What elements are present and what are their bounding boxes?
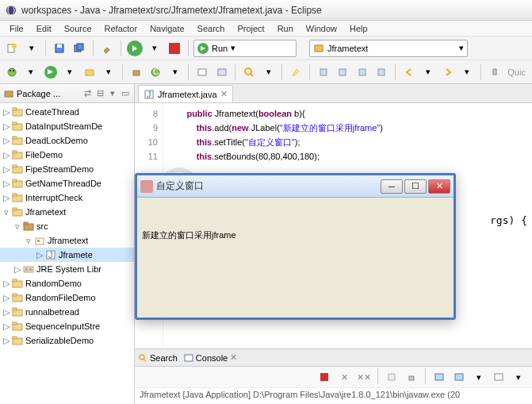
view-menu-icon[interactable]: ▾: [107, 88, 118, 99]
menu-run[interactable]: Run: [271, 22, 300, 35]
jframe-maximize-button[interactable]: ☐: [404, 179, 427, 194]
new-button[interactable]: [3, 40, 21, 57]
tree-item-randomfiledemo[interactable]: ▷RandomFileDemo: [0, 290, 134, 305]
expand-icon[interactable]: ▿: [2, 207, 11, 217]
tree-item-randomdemo[interactable]: ▷RandomDemo: [0, 276, 134, 290]
new-dropdown[interactable]: ▾: [23, 40, 40, 57]
menu-refactor[interactable]: Refactor: [98, 22, 144, 35]
open-console-dropdown[interactable]: ▾: [510, 368, 527, 386]
run-dropdown[interactable]: ▾: [146, 40, 163, 57]
open-task-button[interactable]: [213, 63, 231, 81]
run-button[interactable]: [126, 40, 144, 57]
search-dropdown[interactable]: ▾: [260, 63, 277, 81]
tree-item-filedemo[interactable]: ▷FileDemo: [0, 148, 134, 162]
build-button[interactable]: [98, 40, 116, 57]
expand-icon[interactable]: ▷: [2, 164, 11, 175]
link-editor-icon[interactable]: ⊟: [94, 88, 105, 99]
tree-item-datainputstreamde[interactable]: ▷DataInputStreamDe: [0, 119, 134, 133]
jframe-minimize-button[interactable]: ─: [381, 179, 403, 194]
search-tab[interactable]: Search: [138, 353, 178, 363]
stop-button[interactable]: [166, 40, 183, 57]
clear-console-button[interactable]: [383, 368, 400, 386]
menu-help[interactable]: Help: [343, 22, 374, 35]
remove-launch-button[interactable]: ✕: [335, 368, 353, 386]
forward-button[interactable]: [439, 63, 457, 81]
open-type-button[interactable]: [193, 63, 211, 81]
run-button-2[interactable]: [42, 63, 59, 81]
menu-search[interactable]: Search: [191, 22, 232, 35]
display-selected-button[interactable]: ▾: [470, 368, 488, 386]
run-dropdown-2[interactable]: ▾: [62, 63, 79, 81]
expand-icon[interactable]: ▷: [2, 336, 11, 346]
debug-dropdown[interactable]: ▾: [23, 63, 40, 81]
remove-all-button[interactable]: ✕✕: [355, 368, 373, 386]
menu-project[interactable]: Project: [231, 22, 270, 35]
save-all-button[interactable]: [71, 40, 88, 57]
project-select[interactable]: Jframetext ▾: [309, 40, 468, 57]
pin-console-button[interactable]: [450, 368, 468, 386]
save-button[interactable]: [51, 40, 68, 57]
search-button[interactable]: [240, 63, 258, 81]
new-class-dropdown[interactable]: ▾: [166, 63, 184, 81]
tree-item-sequenceinputstre[interactable]: ▷SequenceInputStre: [0, 319, 134, 333]
back-dropdown[interactable]: ▾: [419, 63, 437, 81]
menu-navigate[interactable]: Navigate: [144, 22, 190, 35]
coverage-button[interactable]: [81, 63, 98, 81]
tree-item-jframete[interactable]: ▷JJframete: [0, 248, 134, 262]
annotation-prev-button[interactable]: [315, 63, 332, 81]
menu-source[interactable]: Source: [58, 22, 98, 35]
jframe-close-button[interactable]: ✕: [428, 179, 450, 194]
tree-item-fipestreamdemo[interactable]: ▷FipeStreamDemo: [0, 162, 134, 176]
expand-icon[interactable]: ▷: [2, 193, 11, 203]
jframe-titlebar[interactable]: 自定义窗口 ─ ☐ ✕: [137, 175, 454, 198]
menu-file[interactable]: File: [3, 22, 30, 35]
package-tree[interactable]: ▷CreateThread▷DataInputStreamDe▷DeadLock…: [0, 103, 134, 404]
quick-access-label[interactable]: Quic: [507, 67, 529, 77]
tree-item-serializabledemo[interactable]: ▷SerializableDemo: [0, 333, 134, 348]
expand-icon[interactable]: ▷: [2, 121, 11, 132]
expand-icon[interactable]: ▿: [13, 221, 22, 232]
expand-icon[interactable]: ▷: [2, 136, 11, 146]
new-class-button[interactable]: C: [147, 63, 164, 81]
show-console-button[interactable]: [431, 368, 448, 386]
toggle-highlight-button[interactable]: [287, 63, 304, 81]
open-console-button[interactable]: [490, 368, 507, 386]
expand-icon[interactable]: ▷: [2, 293, 11, 303]
tree-item-src[interactable]: ▿src: [0, 219, 134, 233]
expand-icon[interactable]: ▷: [2, 279, 11, 289]
close-icon[interactable]: ✕: [230, 352, 237, 363]
tree-item-runnalbetread[interactable]: ▷runnalbetread: [0, 305, 134, 319]
minimize-view-icon[interactable]: ▭: [120, 88, 131, 99]
scroll-lock-button[interactable]: [403, 368, 420, 386]
expand-icon[interactable]: ▷: [13, 264, 22, 275]
expand-icon[interactable]: ▷: [2, 150, 11, 160]
tree-item-jre-system-libr[interactable]: ▷JRE System Libr: [0, 262, 134, 276]
expand-icon[interactable]: ▷: [2, 179, 11, 189]
annotation-button-4[interactable]: [373, 63, 390, 81]
menu-window[interactable]: Window: [300, 22, 343, 35]
close-tab-icon[interactable]: ✕: [220, 89, 228, 99]
editor-tab-jframetext[interactable]: J Jframetext.java ✕: [138, 85, 233, 102]
debug-button[interactable]: [3, 63, 21, 81]
annotation-next-button[interactable]: [334, 63, 351, 81]
terminate-button[interactable]: [316, 368, 333, 386]
coverage-dropdown[interactable]: ▾: [101, 63, 118, 81]
tree-item-jframetext[interactable]: ▿Jframetext: [0, 205, 134, 219]
expand-icon[interactable]: ▷: [35, 250, 44, 260]
tree-item-getnamethreadde[interactable]: ▷GetNameThreadDe: [0, 176, 134, 190]
expand-icon[interactable]: ▷: [2, 321, 11, 332]
tree-item-deadlockdemo[interactable]: ▷DeadLockDemo: [0, 133, 134, 148]
run-config-select[interactable]: Run ▾: [193, 40, 297, 57]
jframe-popup[interactable]: 自定义窗口 ─ ☐ ✕ 新建立的窗口采用jframe: [135, 173, 456, 320]
collapse-all-icon[interactable]: ⇄: [82, 88, 93, 99]
tree-item-jframetext[interactable]: ▿Jframetext: [0, 233, 134, 248]
forward-dropdown[interactable]: ▾: [458, 63, 476, 81]
expand-icon[interactable]: ▿: [24, 236, 33, 246]
expand-icon[interactable]: ▷: [2, 107, 11, 117]
back-button[interactable]: [400, 63, 418, 81]
annotation-button-3[interactable]: [354, 63, 371, 81]
menu-edit[interactable]: Edit: [30, 22, 58, 35]
console-tab[interactable]: Console ✕: [184, 352, 237, 363]
tree-item-createthread[interactable]: ▷CreateThread: [0, 105, 134, 119]
tree-item-interruptcheck[interactable]: ▷InterruptCheck: [0, 190, 134, 205]
